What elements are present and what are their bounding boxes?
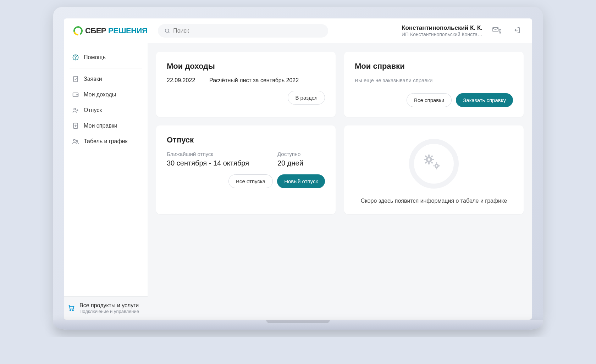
svg-point-16 [72,309,73,310]
svg-point-2 [165,29,169,32]
all-certificates-button[interactable]: Все справки [407,93,452,107]
vacation-available-label: Доступно [277,151,303,157]
svg-rect-29 [436,162,437,164]
vacation-card-title: Отпуск [167,135,325,145]
cart-icon [67,304,75,313]
vacation-available-value: 20 дней [277,159,303,167]
income-date: 22.09.2022 [167,77,195,84]
logout-button[interactable] [511,24,523,38]
svg-rect-21 [424,159,426,160]
income-desc: Расчётный лист за сентябрь 2022 [209,77,299,84]
wallet-icon [72,91,79,98]
svg-rect-23 [425,155,427,157]
notifications-button[interactable] [490,24,504,38]
logout-icon [513,26,521,34]
sidebar-item-income[interactable]: Мои доходы [68,87,143,102]
user-subtitle: ИП Константинопольский Констант... [402,32,483,37]
user-name: Константинопольский К. К. [402,24,483,32]
sidebar-item-label: Заявки [84,76,102,82]
new-vacation-button[interactable]: Новый отпуск [277,174,325,188]
vacation-card: Отпуск Ближайший отпуск 30 сентября - 14… [156,125,336,214]
svg-rect-26 [425,162,427,164]
sidebar-item-label: Отпуск [84,107,102,113]
svg-point-14 [76,140,78,141]
certificates-card-title: Мои справки [355,62,513,71]
all-vacations-button[interactable]: Все отпуска [228,174,273,188]
sidebar-item-label: Мои доходы [84,91,116,98]
people-icon [72,138,79,145]
sidebar-footer-sub: Подключение и управление [79,309,139,314]
user-block[interactable]: Константинопольский К. К. ИП Константино… [402,24,483,37]
svg-point-18 [428,158,430,161]
svg-rect-22 [432,159,434,160]
brand-mark-icon [73,26,83,36]
main-content: Мои доходы 22.09.2022 Расчётный лист за … [148,43,532,320]
sidebar-footer-title: Все продукты и услуги [79,302,139,309]
sidebar-item-timesheet[interactable]: Табель и график [68,134,143,149]
search-icon [164,28,170,34]
sidebar-item-certificates[interactable]: Мои справки [68,118,143,134]
certificates-empty-text: Вы еще не заказывали справки [355,77,513,83]
timesheet-placeholder-card: Скоро здесь появится информация о табеле… [344,125,524,214]
sidebar-footer[interactable]: Все продукты и услуги Подключение и упра… [64,296,148,320]
income-card: Мои доходы 22.09.2022 Расчётный лист за … [156,52,336,117]
gears-icon [409,139,459,189]
person-plus-icon [72,107,79,114]
svg-rect-19 [428,155,430,157]
clipboard-check-icon [72,75,79,83]
svg-point-5 [500,33,501,34]
income-open-button[interactable]: В раздел [288,91,325,105]
svg-point-13 [73,139,75,141]
vacation-next-value: 30 сентября - 14 октября [167,159,249,167]
sidebar-item-requests[interactable]: Заявки [68,71,143,87]
search-box[interactable] [158,24,328,38]
svg-point-7 [75,59,76,59]
order-certificate-button[interactable]: Заказать справку [456,93,513,107]
sidebar-item-help[interactable]: Помощь [68,50,143,65]
document-download-icon [72,122,79,129]
mail-bell-icon [492,26,502,34]
svg-point-28 [436,165,438,167]
svg-rect-24 [431,162,433,164]
sidebar-item-label: Помощь [84,54,106,61]
search-input[interactable] [173,28,322,34]
sidebar-item-label: Табель и график [84,138,128,145]
svg-rect-25 [431,155,433,157]
brand-logo[interactable]: СБЕР РЕШЕНИЯ [73,26,147,36]
income-card-title: Мои доходы [167,62,325,71]
sidebar-item-vacation[interactable]: Отпуск [68,102,143,118]
svg-point-11 [74,108,76,110]
brand-text-2: РЕШЕНИЯ [108,26,147,35]
svg-point-10 [77,94,78,95]
timesheet-placeholder-text: Скоро здесь появится информация о табеле… [355,198,513,204]
sidebar-item-label: Мои справки [84,123,117,129]
svg-rect-20 [428,162,430,164]
help-icon [72,54,79,61]
svg-rect-30 [436,168,437,169]
vacation-next-label: Ближайший отпуск [167,151,249,157]
svg-rect-32 [439,166,440,167]
svg-rect-4 [493,27,498,32]
certificates-card: Мои справки Вы еще не заказывали справки… [344,52,524,117]
svg-rect-31 [433,166,435,167]
svg-point-15 [70,309,71,310]
sidebar: Помощь Заявки Мои доходы [64,43,148,320]
brand-text-1: СБЕР [85,26,106,35]
header: СБЕР РЕШЕНИЯ Константинопольский К. К. И… [64,18,532,43]
svg-line-3 [169,32,170,33]
